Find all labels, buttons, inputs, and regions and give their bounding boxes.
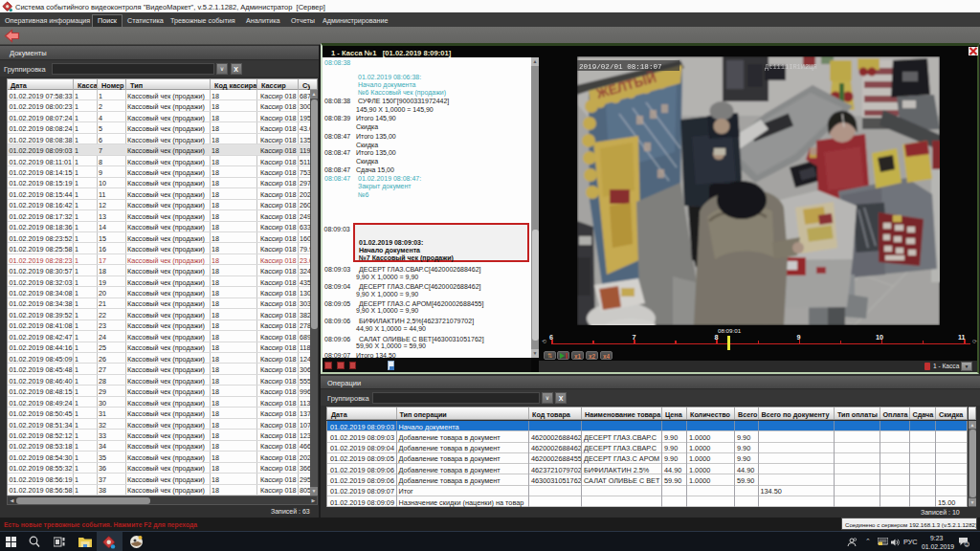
svg-text:2: 2 xyxy=(966,542,969,547)
svg-text:2019/02/01 08:18:07: 2019/02/01 08:18:07 xyxy=(579,63,662,71)
svg-text:Дt1111IR1И2ЦЯ: Дt1111IR1И2ЦЯ xyxy=(765,63,817,71)
